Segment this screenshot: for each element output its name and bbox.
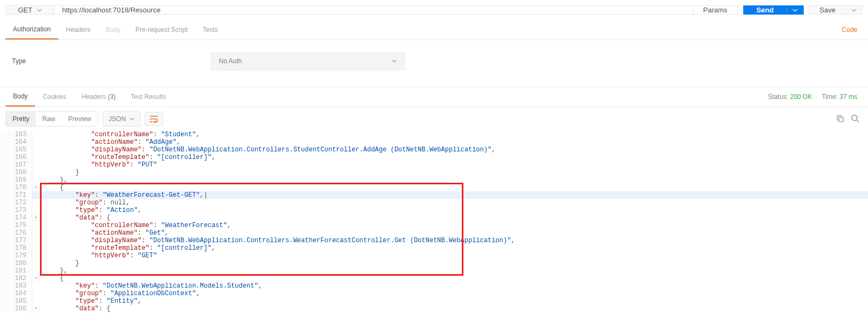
response-body-editor[interactable]: 163 "controllerName": "Student",164 "act… xyxy=(0,131,868,312)
time-block: Time: 37 ms xyxy=(822,93,857,101)
code-content: "key": "WeatherForecast-Get-GET",| xyxy=(40,191,868,199)
save-dropdown[interactable] xyxy=(845,9,862,12)
tab-resp-headers[interactable]: Headers (3) xyxy=(74,88,123,106)
auth-type-select[interactable]: No Auth xyxy=(211,52,405,70)
fold-gutter[interactable]: ▾ xyxy=(32,275,40,282)
code-line[interactable]: 163 "controllerName": "Student", xyxy=(0,131,868,138)
body-view-bar: Pretty Raw Preview JSON xyxy=(0,107,868,131)
code-line[interactable]: 169 }, xyxy=(0,176,868,184)
view-preview[interactable]: Preview xyxy=(62,112,98,126)
request-bar: GET Params Send Save xyxy=(0,0,868,20)
format-select[interactable]: JSON xyxy=(103,111,140,127)
tab-resp-tests[interactable]: Test Results xyxy=(123,88,173,106)
code-line[interactable]: 167 "httpVerb": "PUT" xyxy=(0,161,868,169)
send-dropdown[interactable] xyxy=(786,9,803,12)
code-line[interactable]: 171 "key": "WeatherForecast-Get-GET",| xyxy=(0,191,868,199)
code-content: } xyxy=(40,260,868,267)
code-line[interactable]: 182▾ { xyxy=(0,275,868,282)
view-raw[interactable]: Raw xyxy=(36,112,62,126)
line-number: 175 xyxy=(0,222,32,229)
code-content: "group": null, xyxy=(40,199,868,207)
code-content: "type": "Entity", xyxy=(40,297,868,305)
line-number: 171 xyxy=(0,191,32,199)
code-line[interactable]: 179 "httpVerb": "GET" xyxy=(0,252,868,260)
code-content: { xyxy=(40,275,868,282)
svg-line-3 xyxy=(857,120,859,122)
code-content: }, xyxy=(40,267,868,275)
save-button[interactable]: Save xyxy=(810,6,845,14)
fold-gutter[interactable]: ▾ xyxy=(32,214,40,222)
line-number: 172 xyxy=(0,199,32,207)
response-status: Status: 200 OK Time: 37 ms xyxy=(768,93,857,101)
code-content: "controllerName": "Student", xyxy=(40,131,868,138)
send-button[interactable]: Send xyxy=(744,6,787,14)
code-line[interactable]: 185 "type": "Entity", xyxy=(0,297,868,305)
auth-type-value: No Auth xyxy=(219,57,242,65)
tab-resp-cookies[interactable]: Cookies xyxy=(35,88,73,106)
auth-type-label: Type xyxy=(5,57,211,65)
headers-count: (3) xyxy=(107,93,116,101)
code-line[interactable]: 176 "actionName": "Get", xyxy=(0,229,868,237)
tab-headers[interactable]: Headers xyxy=(58,21,98,39)
fold-gutter[interactable]: ▾ xyxy=(32,305,40,312)
line-number: 183 xyxy=(0,282,32,290)
fold-gutter[interactable]: ▾ xyxy=(32,184,40,191)
method-select[interactable]: GET xyxy=(5,5,54,15)
line-number: 186 xyxy=(0,305,32,312)
code-link[interactable]: Code xyxy=(842,26,857,34)
tab-authorization[interactable]: Authorization xyxy=(5,20,58,39)
line-number: 178 xyxy=(0,244,32,252)
tab-body[interactable]: Body xyxy=(98,21,127,39)
view-pretty[interactable]: Pretty xyxy=(6,112,36,126)
tab-tests[interactable]: Tests xyxy=(195,21,225,39)
line-number: 166 xyxy=(0,154,32,161)
authorization-panel: Type No Auth xyxy=(0,40,868,87)
search-icon[interactable] xyxy=(851,114,859,124)
line-number: 179 xyxy=(0,252,32,260)
status-block: Status: 200 OK xyxy=(768,93,812,101)
params-button[interactable]: Params xyxy=(694,5,738,15)
code-content: "routeTemplate": "[controller]", xyxy=(40,244,868,252)
code-line[interactable]: 178 "routeTemplate": "[controller]", xyxy=(0,244,868,252)
code-line[interactable]: 186▾ "data": { xyxy=(0,305,868,312)
code-line[interactable]: 177 "displayName": "DotNetNB.WebApplicat… xyxy=(0,237,868,244)
url-input[interactable] xyxy=(54,5,694,15)
wrap-button[interactable] xyxy=(145,112,163,126)
line-number: 164 xyxy=(0,138,32,146)
tab-resp-body[interactable]: Body xyxy=(5,87,35,107)
time-value: 37 ms xyxy=(839,93,857,101)
svg-point-2 xyxy=(852,115,857,121)
request-tabs: Authorization Headers Body Pre-request S… xyxy=(0,20,868,40)
line-number: 168 xyxy=(0,169,32,176)
chevron-down-icon xyxy=(392,59,397,63)
wrap-icon xyxy=(150,115,158,123)
format-label: JSON xyxy=(109,115,126,123)
line-number: 176 xyxy=(0,229,32,237)
code-line[interactable]: 181 }, xyxy=(0,267,868,275)
line-number: 180 xyxy=(0,260,32,267)
code-content: "controllerName": "WeatherForecast", xyxy=(40,222,868,229)
code-line[interactable]: 168 } xyxy=(0,169,868,176)
line-number: 181 xyxy=(0,267,32,275)
copy-icon[interactable] xyxy=(836,114,844,124)
code-line[interactable]: 164 "actionName": "AddAge", xyxy=(0,138,868,146)
code-line[interactable]: 183 "key": "DotNetNB.WebApplication.Mode… xyxy=(0,282,868,290)
code-line[interactable]: 175 "controllerName": "WeatherForecast", xyxy=(0,222,868,229)
method-label: GET xyxy=(18,6,32,14)
code-line[interactable]: 184 "group": "ApplicationDbContext", xyxy=(0,290,868,297)
code-line[interactable]: 172 "group": null, xyxy=(0,199,868,207)
code-line[interactable]: 170▾ { xyxy=(0,184,868,191)
line-number: 169 xyxy=(0,176,32,184)
send-button-group: Send xyxy=(743,5,804,15)
line-number: 174 xyxy=(0,214,32,222)
code-line[interactable]: 166 "routeTemplate": "[controller]", xyxy=(0,154,868,161)
code-line[interactable]: 173 "type": "Action", xyxy=(0,207,868,214)
code-line[interactable]: 165 "displayName": "DotNetNB.WebApplicat… xyxy=(0,146,868,154)
code-content: "httpVerb": "GET" xyxy=(40,252,868,260)
code-content: } xyxy=(40,169,868,176)
code-line[interactable]: 174▾ "data": { xyxy=(0,214,868,222)
tab-prerequest[interactable]: Pre-request Script xyxy=(128,21,196,39)
chevron-down-icon xyxy=(129,117,134,121)
code-content: "routeTemplate": "[controller]", xyxy=(40,154,868,161)
code-line[interactable]: 180 } xyxy=(0,260,868,267)
